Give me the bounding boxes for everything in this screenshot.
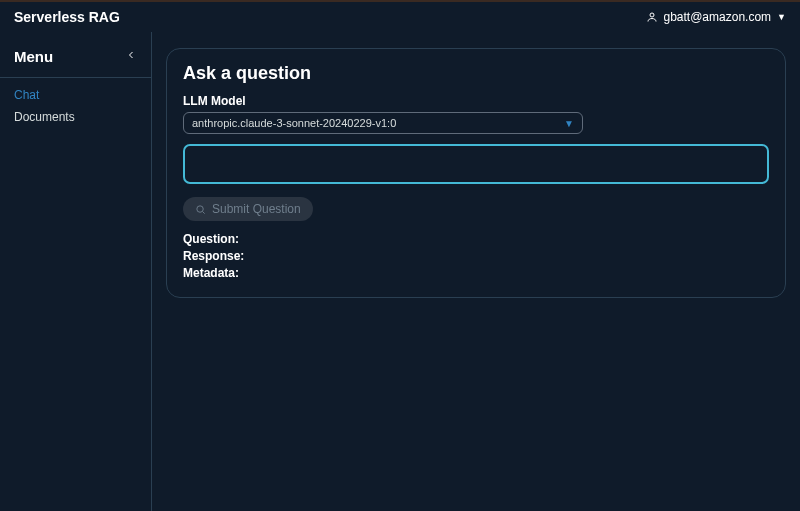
collapse-sidebar-button[interactable] (125, 49, 137, 64)
result-block: Question: Response: Metadata: (183, 231, 769, 281)
model-field-label: LLM Model (183, 94, 769, 108)
card-title: Ask a question (183, 63, 769, 84)
sidebar-item-label: Documents (14, 110, 75, 124)
sidebar-item-chat[interactable]: Chat (14, 88, 137, 102)
user-email: gbatt@amazon.com (664, 10, 772, 24)
main-content: Ask a question LLM Model anthropic.claud… (152, 32, 800, 511)
app-title: Serverless RAG (14, 9, 120, 25)
svg-point-0 (650, 13, 654, 17)
chevron-left-icon (125, 49, 137, 61)
svg-line-2 (203, 211, 205, 213)
user-menu[interactable]: gbatt@amazon.com ▼ (646, 10, 787, 24)
user-icon (646, 11, 658, 23)
result-metadata-label: Metadata: (183, 265, 769, 282)
topbar: Serverless RAG gbatt@amazon.com ▼ (0, 0, 800, 32)
result-question-label: Question: (183, 231, 769, 248)
chevron-down-icon: ▼ (564, 118, 574, 129)
sidebar-item-label: Chat (14, 88, 39, 102)
model-select[interactable]: anthropic.claude-3-sonnet-20240229-v1:0 … (183, 112, 583, 134)
sidebar: Menu Chat Documents (0, 32, 152, 511)
question-input[interactable] (183, 144, 769, 184)
svg-point-1 (197, 205, 203, 211)
ask-question-card: Ask a question LLM Model anthropic.claud… (166, 48, 786, 298)
model-selected-value: anthropic.claude-3-sonnet-20240229-v1:0 (192, 117, 396, 129)
menu-title: Menu (14, 48, 53, 65)
menu-header: Menu (0, 44, 151, 78)
submit-button-label: Submit Question (212, 202, 301, 216)
sidebar-items: Chat Documents (0, 78, 151, 134)
search-icon (195, 204, 206, 215)
result-response-label: Response: (183, 248, 769, 265)
submit-question-button[interactable]: Submit Question (183, 197, 313, 221)
caret-down-icon: ▼ (777, 12, 786, 22)
sidebar-item-documents[interactable]: Documents (14, 110, 137, 124)
